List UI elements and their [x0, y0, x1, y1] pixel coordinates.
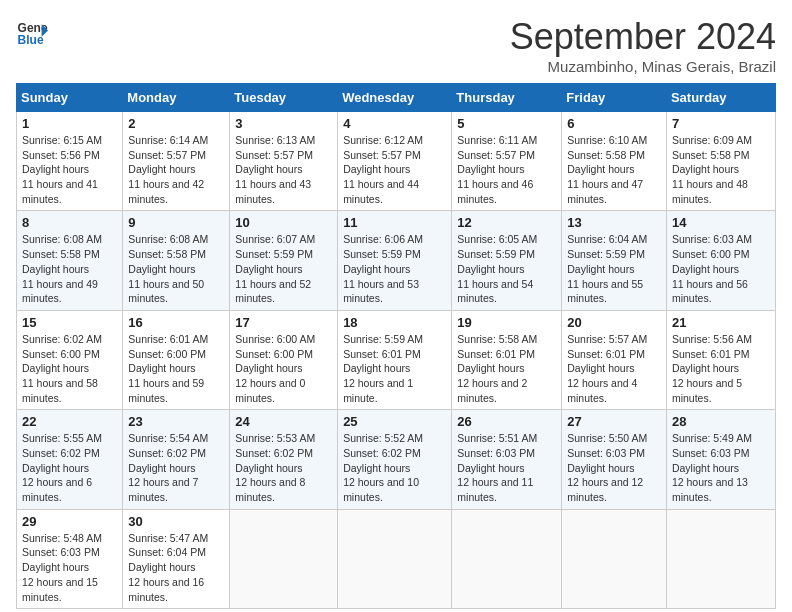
calendar-cell — [666, 509, 775, 608]
calendar-cell — [230, 509, 338, 608]
day-number: 30 — [128, 514, 224, 529]
weekday-header-wednesday: Wednesday — [338, 84, 452, 112]
day-number: 18 — [343, 315, 446, 330]
calendar-week-4: 22Sunrise: 5:55 AMSunset: 6:02 PMDayligh… — [17, 410, 776, 509]
calendar-cell: 7Sunrise: 6:09 AMSunset: 5:58 PMDaylight… — [666, 112, 775, 211]
calendar-cell: 28Sunrise: 5:49 AMSunset: 6:03 PMDayligh… — [666, 410, 775, 509]
day-info: Sunrise: 5:49 AMSunset: 6:03 PMDaylight … — [672, 431, 770, 504]
calendar-week-1: 1Sunrise: 6:15 AMSunset: 5:56 PMDaylight… — [17, 112, 776, 211]
day-number: 22 — [22, 414, 117, 429]
main-title: September 2024 — [510, 16, 776, 58]
day-number: 6 — [567, 116, 661, 131]
calendar-cell: 4Sunrise: 6:12 AMSunset: 5:57 PMDaylight… — [338, 112, 452, 211]
calendar-cell: 24Sunrise: 5:53 AMSunset: 6:02 PMDayligh… — [230, 410, 338, 509]
day-info: Sunrise: 6:11 AMSunset: 5:57 PMDaylight … — [457, 133, 556, 206]
day-number: 23 — [128, 414, 224, 429]
day-number: 19 — [457, 315, 556, 330]
calendar-cell: 27Sunrise: 5:50 AMSunset: 6:03 PMDayligh… — [562, 410, 667, 509]
calendar-week-2: 8Sunrise: 6:08 AMSunset: 5:58 PMDaylight… — [17, 211, 776, 310]
calendar-cell: 30Sunrise: 5:47 AMSunset: 6:04 PMDayligh… — [123, 509, 230, 608]
day-info: Sunrise: 5:56 AMSunset: 6:01 PMDaylight … — [672, 332, 770, 405]
weekday-header-sunday: Sunday — [17, 84, 123, 112]
day-info: Sunrise: 6:08 AMSunset: 5:58 PMDaylight … — [128, 232, 224, 305]
weekday-header-saturday: Saturday — [666, 84, 775, 112]
day-number: 21 — [672, 315, 770, 330]
day-number: 1 — [22, 116, 117, 131]
day-info: Sunrise: 5:54 AMSunset: 6:02 PMDaylight … — [128, 431, 224, 504]
calendar-cell: 25Sunrise: 5:52 AMSunset: 6:02 PMDayligh… — [338, 410, 452, 509]
day-number: 29 — [22, 514, 117, 529]
calendar-cell: 22Sunrise: 5:55 AMSunset: 6:02 PMDayligh… — [17, 410, 123, 509]
day-info: Sunrise: 6:05 AMSunset: 5:59 PMDaylight … — [457, 232, 556, 305]
calendar-cell: 8Sunrise: 6:08 AMSunset: 5:58 PMDaylight… — [17, 211, 123, 310]
calendar-cell — [452, 509, 562, 608]
weekday-header-tuesday: Tuesday — [230, 84, 338, 112]
calendar-cell: 3Sunrise: 6:13 AMSunset: 5:57 PMDaylight… — [230, 112, 338, 211]
calendar-cell: 12Sunrise: 6:05 AMSunset: 5:59 PMDayligh… — [452, 211, 562, 310]
day-info: Sunrise: 6:03 AMSunset: 6:00 PMDaylight … — [672, 232, 770, 305]
day-number: 9 — [128, 215, 224, 230]
title-area: September 2024 Muzambinho, Minas Gerais,… — [510, 16, 776, 75]
calendar-cell: 16Sunrise: 6:01 AMSunset: 6:00 PMDayligh… — [123, 310, 230, 409]
calendar-cell: 9Sunrise: 6:08 AMSunset: 5:58 PMDaylight… — [123, 211, 230, 310]
calendar-week-5: 29Sunrise: 5:48 AMSunset: 6:03 PMDayligh… — [17, 509, 776, 608]
day-info: Sunrise: 6:06 AMSunset: 5:59 PMDaylight … — [343, 232, 446, 305]
day-number: 25 — [343, 414, 446, 429]
calendar-week-3: 15Sunrise: 6:02 AMSunset: 6:00 PMDayligh… — [17, 310, 776, 409]
day-info: Sunrise: 6:09 AMSunset: 5:58 PMDaylight … — [672, 133, 770, 206]
calendar-cell — [562, 509, 667, 608]
logo-icon: General Blue — [16, 16, 48, 48]
day-info: Sunrise: 5:48 AMSunset: 6:03 PMDaylight … — [22, 531, 117, 604]
day-number: 27 — [567, 414, 661, 429]
day-info: Sunrise: 5:55 AMSunset: 6:02 PMDaylight … — [22, 431, 117, 504]
day-number: 20 — [567, 315, 661, 330]
day-number: 7 — [672, 116, 770, 131]
day-number: 4 — [343, 116, 446, 131]
calendar-cell: 1Sunrise: 6:15 AMSunset: 5:56 PMDaylight… — [17, 112, 123, 211]
day-info: Sunrise: 5:50 AMSunset: 6:03 PMDaylight … — [567, 431, 661, 504]
page-header: General Blue September 2024 Muzambinho, … — [16, 16, 776, 75]
day-number: 8 — [22, 215, 117, 230]
day-info: Sunrise: 6:12 AMSunset: 5:57 PMDaylight … — [343, 133, 446, 206]
day-number: 13 — [567, 215, 661, 230]
calendar-cell: 10Sunrise: 6:07 AMSunset: 5:59 PMDayligh… — [230, 211, 338, 310]
weekday-header-thursday: Thursday — [452, 84, 562, 112]
day-info: Sunrise: 5:51 AMSunset: 6:03 PMDaylight … — [457, 431, 556, 504]
day-number: 10 — [235, 215, 332, 230]
day-info: Sunrise: 6:13 AMSunset: 5:57 PMDaylight … — [235, 133, 332, 206]
day-number: 17 — [235, 315, 332, 330]
day-number: 3 — [235, 116, 332, 131]
day-number: 2 — [128, 116, 224, 131]
subtitle: Muzambinho, Minas Gerais, Brazil — [510, 58, 776, 75]
calendar-cell: 23Sunrise: 5:54 AMSunset: 6:02 PMDayligh… — [123, 410, 230, 509]
calendar-cell — [338, 509, 452, 608]
day-info: Sunrise: 5:47 AMSunset: 6:04 PMDaylight … — [128, 531, 224, 604]
calendar-cell: 2Sunrise: 6:14 AMSunset: 5:57 PMDaylight… — [123, 112, 230, 211]
day-info: Sunrise: 6:00 AMSunset: 6:00 PMDaylight … — [235, 332, 332, 405]
day-number: 11 — [343, 215, 446, 230]
day-info: Sunrise: 6:14 AMSunset: 5:57 PMDaylight … — [128, 133, 224, 206]
day-info: Sunrise: 5:53 AMSunset: 6:02 PMDaylight … — [235, 431, 332, 504]
calendar-cell: 20Sunrise: 5:57 AMSunset: 6:01 PMDayligh… — [562, 310, 667, 409]
calendar-cell: 18Sunrise: 5:59 AMSunset: 6:01 PMDayligh… — [338, 310, 452, 409]
day-number: 12 — [457, 215, 556, 230]
day-number: 24 — [235, 414, 332, 429]
day-number: 26 — [457, 414, 556, 429]
day-info: Sunrise: 6:15 AMSunset: 5:56 PMDaylight … — [22, 133, 117, 206]
calendar-cell: 6Sunrise: 6:10 AMSunset: 5:58 PMDaylight… — [562, 112, 667, 211]
calendar-cell: 15Sunrise: 6:02 AMSunset: 6:00 PMDayligh… — [17, 310, 123, 409]
calendar-table: SundayMondayTuesdayWednesdayThursdayFrid… — [16, 83, 776, 609]
day-number: 28 — [672, 414, 770, 429]
day-info: Sunrise: 5:52 AMSunset: 6:02 PMDaylight … — [343, 431, 446, 504]
calendar-cell: 21Sunrise: 5:56 AMSunset: 6:01 PMDayligh… — [666, 310, 775, 409]
calendar-cell: 11Sunrise: 6:06 AMSunset: 5:59 PMDayligh… — [338, 211, 452, 310]
logo: General Blue — [16, 16, 48, 48]
calendar-cell: 14Sunrise: 6:03 AMSunset: 6:00 PMDayligh… — [666, 211, 775, 310]
day-info: Sunrise: 6:02 AMSunset: 6:00 PMDaylight … — [22, 332, 117, 405]
calendar-cell: 5Sunrise: 6:11 AMSunset: 5:57 PMDaylight… — [452, 112, 562, 211]
weekday-header-friday: Friday — [562, 84, 667, 112]
svg-text:Blue: Blue — [18, 33, 44, 47]
day-info: Sunrise: 6:10 AMSunset: 5:58 PMDaylight … — [567, 133, 661, 206]
calendar-cell: 13Sunrise: 6:04 AMSunset: 5:59 PMDayligh… — [562, 211, 667, 310]
calendar-cell: 19Sunrise: 5:58 AMSunset: 6:01 PMDayligh… — [452, 310, 562, 409]
